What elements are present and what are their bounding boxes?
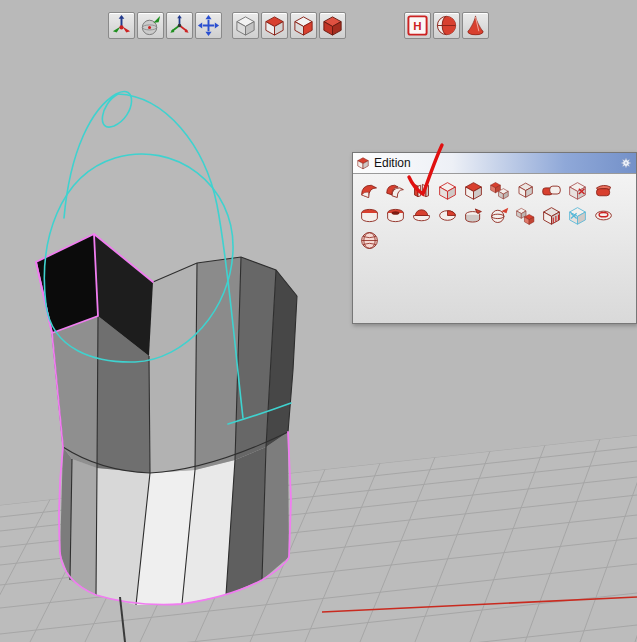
quarter-round-icon xyxy=(359,180,380,201)
palette-button-pad-hole[interactable] xyxy=(382,203,408,228)
cube-red-top-icon xyxy=(263,14,286,37)
palette-button-pad-notch[interactable] xyxy=(460,203,486,228)
palette-row-3 xyxy=(353,228,636,253)
cube-red-button[interactable] xyxy=(319,12,346,39)
red-slab-icon xyxy=(593,180,614,201)
application-window: { "colors": { "viewport_bg": "#b9b9b9", … xyxy=(0,0,637,642)
palette-icon-grid xyxy=(353,174,636,253)
sphere-segments-icon xyxy=(435,14,458,37)
cube-blue-x-icon xyxy=(567,205,588,226)
rotate-gizmo-button[interactable] xyxy=(137,12,164,39)
palette-button-rounded-pair[interactable] xyxy=(538,178,564,203)
axes-xyz-button[interactable] xyxy=(166,12,193,39)
axis-sphere-icon xyxy=(139,14,162,37)
cube-red-right-button[interactable] xyxy=(290,12,317,39)
hotkey-h-button[interactable]: H xyxy=(404,12,431,39)
palette-button-pad[interactable] xyxy=(356,203,382,228)
pan-arrows-button[interactable] xyxy=(195,12,222,39)
upright-slab-pair-icon xyxy=(411,180,432,201)
palette-button-cube-pair[interactable] xyxy=(512,203,538,228)
palette-row-2 xyxy=(353,203,636,228)
sphere-wire-icon xyxy=(359,230,380,251)
palette-button-cube-stack[interactable] xyxy=(486,178,512,203)
cube-white-button[interactable] xyxy=(232,12,259,39)
cube-red-edges-icon xyxy=(437,180,458,201)
main-toolbar: H xyxy=(108,12,489,39)
axes-xyz-icon xyxy=(168,14,191,37)
cube-red-top-icon xyxy=(463,180,484,201)
sphere-segments-button[interactable] xyxy=(433,12,460,39)
cube-pair-icon xyxy=(515,205,536,226)
palette-title: Edition xyxy=(374,153,411,173)
palette-button-cube-red-x[interactable] xyxy=(564,178,590,203)
cube-red-icon xyxy=(321,14,344,37)
palette-button-cube-blue-x[interactable] xyxy=(564,203,590,228)
palette-button-cube-red-top[interactable] xyxy=(460,178,486,203)
palette-button-sphere-arrow[interactable] xyxy=(486,203,512,228)
pad-dome-icon xyxy=(411,205,432,226)
palette-button-red-slab[interactable] xyxy=(590,178,616,203)
palette-button-quarter-round-pair[interactable] xyxy=(382,178,408,203)
palette-button-pad-dome[interactable] xyxy=(408,203,434,228)
disc-quarter-icon xyxy=(437,205,458,226)
cube-striped-icon xyxy=(541,205,562,226)
cube-stack-icon xyxy=(489,180,510,201)
palette-title-cube-icon xyxy=(356,156,370,170)
pad-ring-icon xyxy=(593,205,614,226)
pad-icon xyxy=(359,205,380,226)
pan-arrows-icon xyxy=(197,14,220,37)
palette-button-upright-slab-pair[interactable] xyxy=(408,178,434,203)
palette-options-gear-icon[interactable] xyxy=(619,156,633,170)
axis-move-icon xyxy=(110,14,133,37)
palette-titlebar[interactable]: Edition xyxy=(353,153,636,174)
palette-button-disc-quarter[interactable] xyxy=(434,203,460,228)
pad-notch-icon xyxy=(463,205,484,226)
sphere-arrow-icon xyxy=(489,205,510,226)
h-key-icon: H xyxy=(406,14,429,37)
cube-plain-icon xyxy=(515,180,536,201)
cube-white-icon xyxy=(234,14,257,37)
edition-palette: Edition xyxy=(352,152,637,324)
cube-red-x-icon xyxy=(567,180,588,201)
rounded-pair-icon xyxy=(541,180,562,201)
palette-button-pad-ring[interactable] xyxy=(590,203,616,228)
cone-button[interactable] xyxy=(462,12,489,39)
pad-hole-icon xyxy=(385,205,406,226)
palette-button-cube-red-edges[interactable] xyxy=(434,178,460,203)
svg-text:H: H xyxy=(413,20,421,32)
translate-gizmo-button[interactable] xyxy=(108,12,135,39)
quarter-round-pair-icon xyxy=(385,180,406,201)
palette-button-sphere-wire[interactable] xyxy=(356,228,382,253)
model-mesh[interactable] xyxy=(36,234,297,642)
palette-button-quarter-round[interactable] xyxy=(356,178,382,203)
cone-icon xyxy=(464,14,487,37)
palette-button-cube-plain[interactable] xyxy=(512,178,538,203)
cube-red-top-button[interactable] xyxy=(261,12,288,39)
palette-button-cube-striped[interactable] xyxy=(538,203,564,228)
cube-red-right-icon xyxy=(292,14,315,37)
palette-row-1 xyxy=(353,178,636,203)
